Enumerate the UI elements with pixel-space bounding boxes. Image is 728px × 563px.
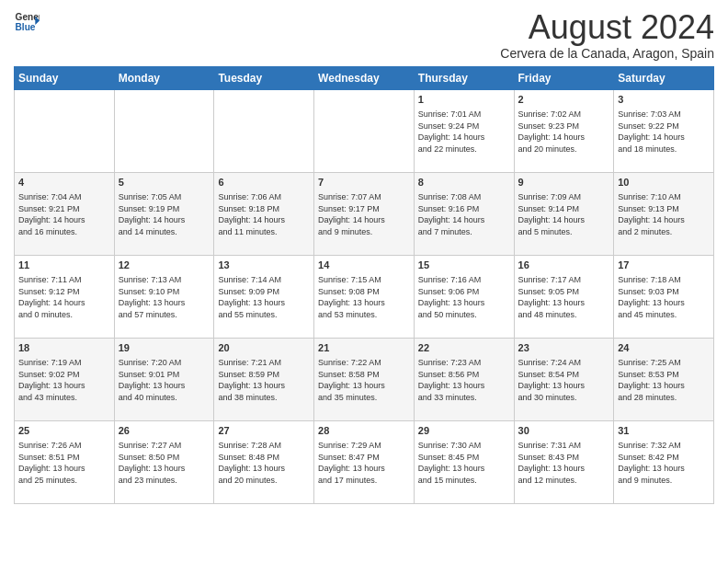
calendar-cell: 22Sunrise: 7:23 AM Sunset: 8:56 PM Dayli… bbox=[414, 338, 514, 420]
calendar-cell: 14Sunrise: 7:15 AM Sunset: 9:08 PM Dayli… bbox=[314, 255, 415, 338]
day-number: 21 bbox=[318, 341, 410, 355]
day-info: Sunrise: 7:31 AM Sunset: 8:43 PM Dayligh… bbox=[518, 440, 610, 486]
day-info: Sunrise: 7:28 AM Sunset: 8:48 PM Dayligh… bbox=[218, 440, 310, 486]
day-info: Sunrise: 7:01 AM Sunset: 9:24 PM Dayligh… bbox=[418, 109, 510, 155]
calendar-cell: 13Sunrise: 7:14 AM Sunset: 9:09 PM Dayli… bbox=[214, 255, 314, 338]
day-number: 27 bbox=[218, 424, 310, 438]
weekday-header-wednesday: Wednesday bbox=[314, 66, 415, 89]
day-info: Sunrise: 7:16 AM Sunset: 9:06 PM Dayligh… bbox=[418, 274, 510, 320]
day-info: Sunrise: 7:06 AM Sunset: 9:18 PM Dayligh… bbox=[218, 191, 310, 237]
weekday-header-friday: Friday bbox=[514, 66, 614, 89]
day-number: 23 bbox=[518, 341, 610, 355]
day-number: 4 bbox=[18, 176, 110, 190]
day-number: 31 bbox=[618, 424, 710, 438]
day-info: Sunrise: 7:21 AM Sunset: 8:59 PM Dayligh… bbox=[218, 357, 310, 403]
calendar-cell: 23Sunrise: 7:24 AM Sunset: 8:54 PM Dayli… bbox=[514, 338, 614, 420]
calendar-cell: 24Sunrise: 7:25 AM Sunset: 8:53 PM Dayli… bbox=[614, 338, 714, 420]
day-number: 24 bbox=[618, 341, 710, 355]
day-info: Sunrise: 7:17 AM Sunset: 9:05 PM Dayligh… bbox=[518, 274, 610, 320]
calendar-cell: 8Sunrise: 7:08 AM Sunset: 9:16 PM Daylig… bbox=[414, 172, 514, 255]
day-info: Sunrise: 7:26 AM Sunset: 8:51 PM Dayligh… bbox=[18, 440, 110, 486]
calendar-cell: 5Sunrise: 7:05 AM Sunset: 9:19 PM Daylig… bbox=[114, 172, 214, 255]
day-number: 17 bbox=[618, 259, 710, 272]
day-info: Sunrise: 7:20 AM Sunset: 9:01 PM Dayligh… bbox=[119, 357, 210, 403]
day-info: Sunrise: 7:18 AM Sunset: 9:03 PM Dayligh… bbox=[618, 274, 710, 320]
day-number: 15 bbox=[418, 259, 510, 272]
calendar-cell: 7Sunrise: 7:07 AM Sunset: 9:17 PM Daylig… bbox=[314, 172, 415, 255]
calendar-cell bbox=[114, 89, 214, 172]
calendar-cell: 21Sunrise: 7:22 AM Sunset: 8:58 PM Dayli… bbox=[314, 338, 415, 420]
day-info: Sunrise: 7:29 AM Sunset: 8:47 PM Dayligh… bbox=[318, 440, 410, 486]
day-number: 3 bbox=[618, 93, 710, 107]
calendar-cell: 17Sunrise: 7:18 AM Sunset: 9:03 PM Dayli… bbox=[614, 255, 714, 338]
day-number: 11 bbox=[18, 259, 110, 272]
day-info: Sunrise: 7:04 AM Sunset: 9:21 PM Dayligh… bbox=[18, 191, 110, 237]
day-info: Sunrise: 7:27 AM Sunset: 8:50 PM Dayligh… bbox=[119, 440, 210, 486]
weekday-header-monday: Monday bbox=[114, 66, 214, 89]
day-number: 14 bbox=[318, 259, 410, 272]
day-number: 12 bbox=[119, 259, 210, 272]
day-number: 19 bbox=[119, 341, 210, 355]
logo: General Blue bbox=[14, 9, 40, 35]
calendar-cell: 2Sunrise: 7:02 AM Sunset: 9:23 PM Daylig… bbox=[514, 89, 614, 172]
day-info: Sunrise: 7:09 AM Sunset: 9:14 PM Dayligh… bbox=[518, 191, 610, 237]
day-info: Sunrise: 7:30 AM Sunset: 8:45 PM Dayligh… bbox=[418, 440, 510, 486]
weekday-header-sunday: Sunday bbox=[15, 66, 115, 89]
calendar-cell: 3Sunrise: 7:03 AM Sunset: 9:22 PM Daylig… bbox=[614, 89, 714, 172]
calendar-table: SundayMondayTuesdayWednesdayThursdayFrid… bbox=[14, 66, 714, 504]
title-block: August 2024 Cervera de la Canada, Aragon… bbox=[500, 9, 714, 61]
calendar-cell: 20Sunrise: 7:21 AM Sunset: 8:59 PM Dayli… bbox=[214, 338, 314, 420]
day-number: 5 bbox=[119, 176, 210, 190]
calendar-cell: 1Sunrise: 7:01 AM Sunset: 9:24 PM Daylig… bbox=[414, 89, 514, 172]
calendar-cell: 27Sunrise: 7:28 AM Sunset: 8:48 PM Dayli… bbox=[214, 420, 314, 503]
weekday-header-tuesday: Tuesday bbox=[214, 66, 314, 89]
day-number: 28 bbox=[318, 424, 410, 438]
day-info: Sunrise: 7:07 AM Sunset: 9:17 PM Dayligh… bbox=[318, 191, 410, 237]
day-number: 7 bbox=[318, 176, 410, 190]
day-info: Sunrise: 7:11 AM Sunset: 9:12 PM Dayligh… bbox=[18, 274, 110, 320]
calendar-cell: 29Sunrise: 7:30 AM Sunset: 8:45 PM Dayli… bbox=[414, 420, 514, 503]
day-number: 10 bbox=[618, 176, 710, 190]
day-info: Sunrise: 7:13 AM Sunset: 9:10 PM Dayligh… bbox=[119, 274, 210, 320]
weekday-header-thursday: Thursday bbox=[414, 66, 514, 89]
day-number: 30 bbox=[518, 424, 610, 438]
calendar-cell: 4Sunrise: 7:04 AM Sunset: 9:21 PM Daylig… bbox=[15, 172, 115, 255]
day-info: Sunrise: 7:24 AM Sunset: 8:54 PM Dayligh… bbox=[518, 357, 610, 403]
day-number: 20 bbox=[218, 341, 310, 355]
day-info: Sunrise: 7:25 AM Sunset: 8:53 PM Dayligh… bbox=[618, 357, 710, 403]
day-number: 16 bbox=[518, 259, 610, 272]
calendar-cell: 28Sunrise: 7:29 AM Sunset: 8:47 PM Dayli… bbox=[314, 420, 415, 503]
day-info: Sunrise: 7:02 AM Sunset: 9:23 PM Dayligh… bbox=[518, 109, 610, 155]
weekday-header-saturday: Saturday bbox=[614, 66, 714, 89]
calendar-cell: 12Sunrise: 7:13 AM Sunset: 9:10 PM Dayli… bbox=[114, 255, 214, 338]
day-info: Sunrise: 7:10 AM Sunset: 9:13 PM Dayligh… bbox=[618, 191, 710, 237]
day-number: 22 bbox=[418, 341, 510, 355]
logo-icon: General Blue bbox=[14, 9, 40, 35]
day-number: 1 bbox=[418, 93, 510, 107]
calendar-cell bbox=[15, 89, 115, 172]
day-info: Sunrise: 7:14 AM Sunset: 9:09 PM Dayligh… bbox=[218, 274, 310, 320]
day-info: Sunrise: 7:05 AM Sunset: 9:19 PM Dayligh… bbox=[119, 191, 210, 237]
day-info: Sunrise: 7:19 AM Sunset: 9:02 PM Dayligh… bbox=[18, 357, 110, 403]
day-info: Sunrise: 7:23 AM Sunset: 8:56 PM Dayligh… bbox=[418, 357, 510, 403]
calendar-cell: 16Sunrise: 7:17 AM Sunset: 9:05 PM Dayli… bbox=[514, 255, 614, 338]
day-number: 13 bbox=[218, 259, 310, 272]
calendar-cell: 11Sunrise: 7:11 AM Sunset: 9:12 PM Dayli… bbox=[15, 255, 115, 338]
day-number: 8 bbox=[418, 176, 510, 190]
calendar-cell: 19Sunrise: 7:20 AM Sunset: 9:01 PM Dayli… bbox=[114, 338, 214, 420]
page-header: General Blue August 2024 Cervera de la C… bbox=[14, 9, 714, 61]
calendar-cell: 15Sunrise: 7:16 AM Sunset: 9:06 PM Dayli… bbox=[414, 255, 514, 338]
month-title: August 2024 bbox=[500, 9, 714, 46]
calendar-cell: 10Sunrise: 7:10 AM Sunset: 9:13 PM Dayli… bbox=[614, 172, 714, 255]
day-number: 6 bbox=[218, 176, 310, 190]
day-number: 29 bbox=[418, 424, 510, 438]
day-number: 2 bbox=[518, 93, 610, 107]
day-info: Sunrise: 7:22 AM Sunset: 8:58 PM Dayligh… bbox=[318, 357, 410, 403]
day-info: Sunrise: 7:03 AM Sunset: 9:22 PM Dayligh… bbox=[618, 109, 710, 155]
svg-text:Blue: Blue bbox=[16, 22, 36, 32]
calendar-cell: 9Sunrise: 7:09 AM Sunset: 9:14 PM Daylig… bbox=[514, 172, 614, 255]
calendar-cell: 25Sunrise: 7:26 AM Sunset: 8:51 PM Dayli… bbox=[15, 420, 115, 503]
location-subtitle: Cervera de la Canada, Aragon, Spain bbox=[500, 46, 714, 61]
calendar-cell: 6Sunrise: 7:06 AM Sunset: 9:18 PM Daylig… bbox=[214, 172, 314, 255]
day-number: 9 bbox=[518, 176, 610, 190]
